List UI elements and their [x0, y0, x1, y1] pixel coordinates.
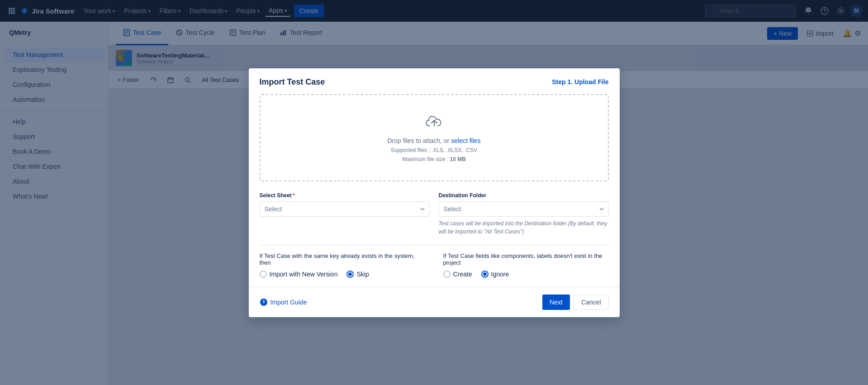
modal-title: Import Test Case	[260, 77, 325, 87]
question-circle-icon	[260, 298, 268, 306]
options-row: If Test Case with the same key already e…	[260, 252, 609, 278]
select-sheet-group: Select Sheet* Select	[260, 192, 430, 236]
condition-question: If Test Case with the same key already e…	[260, 252, 425, 266]
fields-group: If Test Case fields like components, lab…	[443, 252, 609, 278]
modal-body: Drop files to attach, or select files Su…	[249, 94, 620, 287]
destination-folder-group: Destination Folder Select Test cases wil…	[439, 192, 609, 236]
destination-folder-dropdown[interactable]: Select	[439, 201, 609, 217]
form-row: Select Sheet* Select Destination Folder …	[260, 192, 609, 236]
select-sheet-dropdown[interactable]: Select	[260, 201, 430, 217]
next-button[interactable]: Next	[542, 295, 570, 310]
footer-actions: Next Cancel	[542, 295, 608, 310]
create-option[interactable]: Create	[443, 271, 472, 278]
modal-footer: Import Guide Next Cancel	[249, 287, 620, 317]
skip-radio[interactable]	[346, 271, 354, 278]
import-modal: Import Test Case Step 1. Upload File Dro…	[249, 68, 620, 317]
modal-step: Step 1. Upload File	[552, 78, 608, 86]
import-new-version-radio[interactable]	[260, 271, 267, 278]
skip-option[interactable]: Skip	[346, 271, 369, 278]
upload-cloud-icon	[270, 113, 599, 133]
condition-radio-group: Import with New Version Skip	[260, 271, 425, 278]
ignore-radio[interactable]	[481, 271, 489, 278]
modal-overlay: Import Test Case Step 1. Upload File Dro…	[0, 0, 868, 385]
import-new-version-option[interactable]: Import with New Version	[260, 271, 338, 278]
import-guide-link[interactable]: Import Guide	[260, 298, 307, 306]
modal-header: Import Test Case Step 1. Upload File	[249, 68, 620, 94]
condition-group: If Test Case with the same key already e…	[260, 252, 425, 278]
select-files-link[interactable]: select files	[451, 137, 480, 144]
cancel-button[interactable]: Cancel	[574, 295, 609, 310]
select-sheet-label: Select Sheet*	[260, 192, 430, 199]
max-file-size-text: Maximum file size : 10 MB	[270, 156, 599, 162]
fields-radio-group: Create Ignore	[443, 271, 609, 278]
modal-divider	[260, 245, 609, 245]
supported-files-text: Supported files : .XLS, .XLSX, .CSV	[270, 147, 599, 153]
destination-folder-label: Destination Folder	[439, 192, 609, 199]
fields-question: If Test Case fields like components, lab…	[443, 252, 609, 266]
svg-point-36	[263, 303, 264, 304]
file-drop-zone[interactable]: Drop files to attach, or select files Su…	[260, 94, 609, 181]
drop-zone-text: Drop files to attach, or select files	[270, 137, 599, 144]
required-marker: *	[293, 192, 295, 199]
destination-hint: Test cases will be imported into the Des…	[439, 219, 609, 236]
ignore-option[interactable]: Ignore	[481, 271, 509, 278]
create-radio[interactable]	[443, 271, 451, 278]
